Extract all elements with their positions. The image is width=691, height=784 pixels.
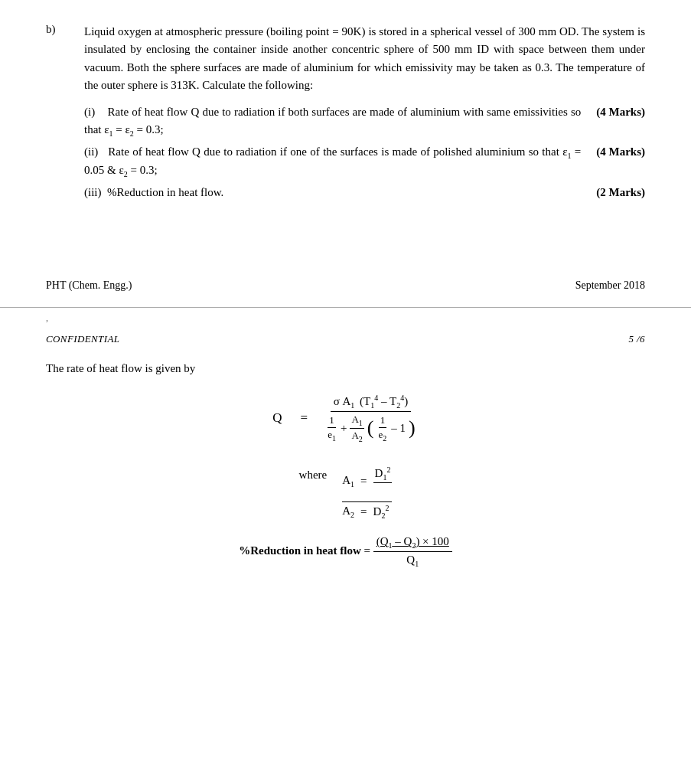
one-over-e1: 1 e1: [326, 414, 337, 443]
where-label: where: [299, 466, 328, 482]
marks-i: (4 Marks): [596, 103, 645, 140]
roman-i: (i): [84, 106, 104, 118]
sub-question-ii: (ii) Rate of heat flow Q due to radiatio…: [84, 143, 645, 181]
a1-label: A1: [342, 474, 354, 488]
sub-question-i: (i) Rate of heat flow Q due to radiation…: [84, 103, 645, 140]
open-paren: (: [367, 418, 374, 438]
where-container: where A1 = D12 A2 = D22: [299, 466, 393, 520]
confidential-bar: CONFIDENTIAL 5 /6: [0, 324, 691, 354]
footer-left: PHT (Chem. Engg.): [46, 279, 132, 292]
question-b: b) Liquid oxygen at atmospheric pressure…: [46, 23, 645, 204]
sub-q-iii-text: %Reduction in heat flow.: [107, 186, 223, 198]
where-row-a1: A1 = D12: [342, 466, 392, 497]
where-equations: A1 = D12 A2 = D22: [342, 466, 392, 520]
page-footer: PHT (Chem. Engg.) September 2018: [0, 264, 691, 307]
marks-ii: (4 Marks): [596, 143, 645, 181]
percent-reduction-block: %Reduction in heat flow = (Q1 – Q2) × 10…: [46, 535, 645, 568]
percent-label: %Reduction in heat flow: [239, 544, 361, 557]
a1-over-a2: A1 A2: [350, 413, 363, 443]
question-body: Liquid oxygen at atmospheric pressure (b…: [84, 23, 645, 204]
d1-squared-frac: D12: [373, 466, 393, 497]
formula-block: Q = σ A1 (T14 – T24) 1 e1 +: [46, 394, 645, 443]
question-section: b) Liquid oxygen at atmospheric pressure…: [0, 0, 691, 234]
page-mark: ,: [0, 308, 691, 324]
solution-section: The rate of heat flow is given by Q = σ …: [0, 354, 691, 591]
question-label: b): [46, 23, 84, 204]
a2-equals: =: [360, 505, 367, 518]
temp-difference: (T14 – T24): [357, 395, 408, 407]
percent-equals: =: [363, 544, 373, 557]
roman-ii: (ii): [84, 145, 105, 158]
roman-iii: (iii): [84, 186, 104, 198]
percent-numerator: (Q1 – Q2) × 100: [373, 535, 452, 552]
sub-q-ii-text: Rate of heat flow Q due to radiation if …: [84, 145, 581, 177]
sub-questions: (i) Rate of heat flow Q due to radiation…: [84, 103, 645, 201]
one-over-e2: 1 e2: [376, 414, 388, 443]
formula-q-label: Q: [272, 410, 282, 426]
d2-squared: D22: [373, 504, 390, 520]
close-paren: ): [409, 418, 416, 438]
sub-q-i-text: Rate of heat flow Q due to radiation if …: [84, 106, 581, 136]
a2-label: A2: [342, 505, 354, 519]
sub-question-iii: (iii) %Reduction in heat flow. (2 Marks): [84, 184, 645, 201]
page-number: 5 /6: [629, 333, 645, 345]
main-fraction: σ A1 (T14 – T24) 1 e1 + A1 A2: [323, 394, 419, 443]
confidential-label: CONFIDENTIAL: [46, 333, 119, 345]
formula-equals: =: [301, 410, 308, 426]
fraction-numerator: σ A1 (T14 – T24): [331, 394, 412, 412]
where-block: where A1 = D12 A2 = D22: [46, 466, 645, 520]
percent-denominator: Q1: [403, 552, 422, 568]
sigma-symbol: σ A1: [334, 395, 355, 407]
fraction-denominator: 1 e1 + A1 A2 ( 1 e2 – 1: [323, 412, 419, 443]
a1-equals: =: [360, 475, 367, 488]
marks-iii: (2 Marks): [596, 184, 645, 201]
formula-container: Q = σ A1 (T14 – T24) 1 e1 +: [272, 394, 418, 443]
footer-right: September 2018: [575, 279, 645, 292]
solution-intro: The rate of heat flow is given by: [46, 362, 645, 375]
where-row-a2: A2 = D22: [342, 501, 392, 520]
percent-fraction: (Q1 – Q2) × 100 Q1: [373, 535, 452, 568]
